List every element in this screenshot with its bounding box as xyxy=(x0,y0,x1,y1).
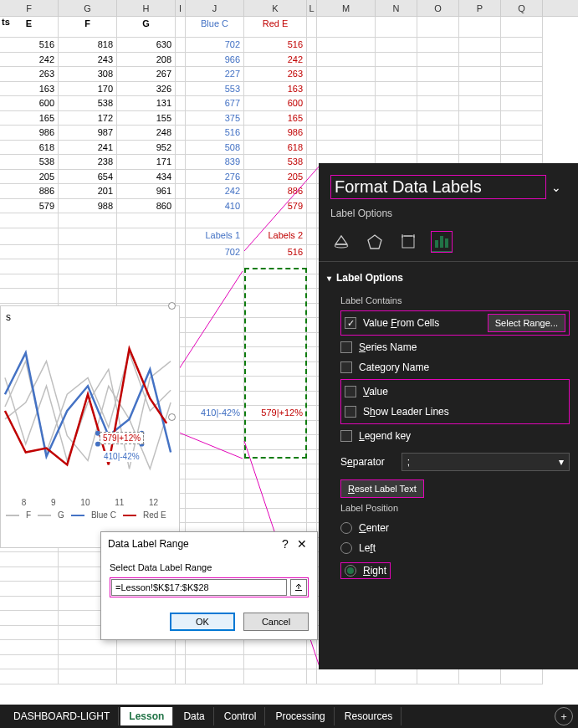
value-from-cells-checkbox[interactable] xyxy=(345,317,356,329)
label-options-section-toggle[interactable]: ▾ Label Options xyxy=(319,269,578,287)
chart-x-axis: 89101112 xyxy=(1,495,179,507)
col-G[interactable]: G xyxy=(59,0,117,16)
col-J[interactable]: J xyxy=(186,0,244,16)
col-M[interactable]: M xyxy=(317,0,376,16)
pane-subtitle[interactable]: Label Options xyxy=(319,204,578,224)
column-headers: F G H I J K L M N O P Q xyxy=(0,0,578,17)
chart-legend: F G Blue C Red E xyxy=(1,507,179,523)
format-data-labels-pane: Format Data Labels ⌄ Label Options ▾ Lab… xyxy=(319,163,578,669)
cancel-button[interactable]: Cancel xyxy=(243,613,309,631)
sheet-tabs-bar: DASHBOARD-LIGHT Lesson Data Control Proc… xyxy=(0,705,578,728)
col-N[interactable]: N xyxy=(376,0,417,16)
labels2-first[interactable]: 516 xyxy=(244,245,307,260)
select-range-button[interactable]: Select Range... xyxy=(488,314,565,332)
hdr-RedE[interactable]: Red E xyxy=(244,17,307,38)
table-row[interactable]: 242243208966242 xyxy=(0,53,578,68)
category-name-checkbox[interactable] xyxy=(340,361,352,373)
svg-rect-11 xyxy=(402,236,414,248)
hdr-G[interactable]: G xyxy=(117,17,176,38)
value-checkbox[interactable] xyxy=(345,386,356,397)
col-O[interactable]: O xyxy=(417,0,459,16)
col-F[interactable]: F xyxy=(0,0,59,16)
dropdown-arrow-icon: ▾ xyxy=(559,456,564,468)
data-label-range-dialog: Data Label Range ? ✕ Select Data Label R… xyxy=(100,531,318,640)
chart-resize-handle[interactable] xyxy=(168,302,176,310)
labels1-header[interactable]: Labels 1 xyxy=(186,228,244,245)
labels1-first[interactable]: 702 xyxy=(186,245,244,260)
labels2-last[interactable]: 579|+12% xyxy=(244,406,307,421)
svg-rect-15 xyxy=(435,240,438,248)
dialog-title: Data Label Range xyxy=(108,538,277,550)
svg-rect-8 xyxy=(295,590,302,591)
size-properties-icon[interactable] xyxy=(397,231,419,253)
category-name-label: Category Name xyxy=(359,361,429,373)
hdr-BlueC[interactable]: Blue C xyxy=(186,17,244,38)
dialog-prompt: Select Data Label Range xyxy=(110,562,309,572)
svg-marker-10 xyxy=(368,235,381,249)
legend-key-label: Legend key xyxy=(359,430,411,442)
svg-rect-17 xyxy=(445,238,448,248)
leader-lines-checkbox[interactable] xyxy=(345,406,356,418)
triangle-down-icon: ▾ xyxy=(327,274,331,283)
col-L[interactable]: L xyxy=(307,0,317,16)
embedded-chart[interactable]: s 579|+12% 410|-42% 89101112 F G Blue C … xyxy=(0,305,180,548)
effects-icon[interactable] xyxy=(364,231,386,253)
close-icon[interactable]: ✕ xyxy=(294,537,310,551)
col-K[interactable]: K xyxy=(244,0,307,16)
position-right-radio[interactable] xyxy=(345,565,356,577)
position-left-radio[interactable] xyxy=(340,542,352,554)
tab-resources[interactable]: Resources xyxy=(336,707,402,725)
tab-lesson[interactable]: Lesson xyxy=(120,707,173,725)
fill-line-icon[interactable] xyxy=(330,231,352,253)
reset-label-text-button[interactable]: Reset Label Text xyxy=(340,479,424,498)
dialog-help-icon[interactable]: ? xyxy=(277,537,294,551)
col-P[interactable]: P xyxy=(459,0,501,16)
labels1-last[interactable]: 410|-42% xyxy=(186,406,244,421)
separator-label: Separator xyxy=(340,456,385,468)
collapse-dialog-icon[interactable] xyxy=(290,579,307,596)
position-center-label: Center xyxy=(359,522,389,534)
chart-svg xyxy=(1,327,179,495)
value-label: Value xyxy=(363,386,388,397)
tab-control[interactable]: Control xyxy=(216,707,266,725)
labels2-header[interactable]: Labels 2 xyxy=(244,228,307,245)
add-sheet-button[interactable]: ＋ xyxy=(555,707,573,725)
hdr-F[interactable]: F xyxy=(59,17,117,38)
hdr-E[interactable]: E xyxy=(0,17,59,38)
position-center-radio[interactable] xyxy=(340,522,352,534)
label-position-heading: Label Position xyxy=(340,498,570,518)
table-row[interactable]: 986987248516986 xyxy=(0,126,578,141)
table-row[interactable]: 618241952508618 xyxy=(0,141,578,156)
chart-title-frag: s xyxy=(6,311,11,323)
col-Q[interactable]: Q xyxy=(501,0,543,16)
chart-data-label-blue[interactable]: 410|-42% xyxy=(101,451,142,462)
table-row[interactable]: 263308267227263 xyxy=(0,67,578,82)
col-I[interactable]: I xyxy=(176,0,186,16)
position-right-label: Right xyxy=(363,565,386,577)
label-options-icon[interactable] xyxy=(431,231,453,253)
legend-key-checkbox[interactable] xyxy=(340,430,352,442)
series-name-checkbox[interactable] xyxy=(340,341,352,353)
table-row[interactable]: 165172155375165 xyxy=(0,111,578,126)
value-from-cells-label: Value From Cells xyxy=(363,317,439,329)
svg-rect-16 xyxy=(440,236,443,248)
separator-select[interactable]: ;▾ xyxy=(402,453,570,471)
position-left-label: Left xyxy=(359,542,376,554)
tab-processing[interactable]: Processing xyxy=(267,707,334,725)
label-contains-heading: Label Contains xyxy=(340,290,570,310)
pane-title: Format Data Labels xyxy=(330,175,546,199)
table-row[interactable]: 516818630702516 xyxy=(0,38,578,53)
chart-plot-area[interactable]: 579|+12% 410|-42% xyxy=(1,327,179,495)
ok-button[interactable]: OK xyxy=(170,613,235,631)
col-H[interactable]: H xyxy=(117,0,176,16)
chart-data-label-red[interactable]: 579|+12% xyxy=(100,432,144,444)
table-row[interactable]: 163170326553163 xyxy=(0,82,578,97)
chevron-down-icon[interactable]: ⌄ xyxy=(546,181,566,194)
tab-data[interactable]: Data xyxy=(175,707,213,725)
series-name-label: Series Name xyxy=(359,341,417,353)
leader-lines-label: Show Leader Lines xyxy=(363,406,449,418)
table-row[interactable]: 600538131677600 xyxy=(0,96,578,111)
tab-dashboard-light[interactable]: DASHBOARD-LIGHT xyxy=(5,707,119,725)
range-input[interactable] xyxy=(111,579,287,596)
